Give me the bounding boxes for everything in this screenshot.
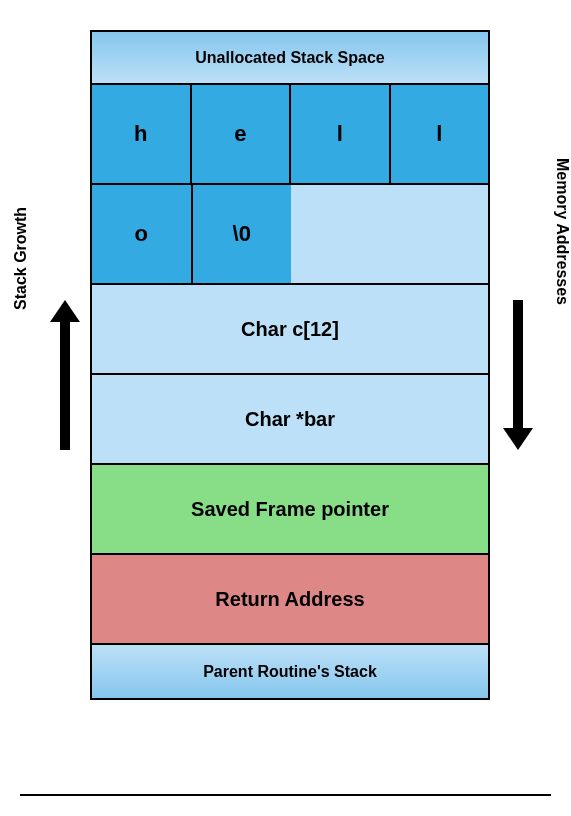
byte-value: l <box>337 121 343 147</box>
arrow-down-icon <box>503 300 533 450</box>
unallocated-section: Unallocated Stack Space <box>90 30 490 85</box>
bottom-divider <box>20 794 551 796</box>
memory-addresses-label: Memory Addresses <box>553 158 571 305</box>
byte-value: e <box>234 121 246 147</box>
arrow-up-icon <box>50 300 80 450</box>
label-text: Memory Addresses <box>554 158 571 305</box>
byte-cell: \0 <box>191 185 292 285</box>
byte-cell: e <box>190 85 290 185</box>
byte-cell: o <box>90 185 191 285</box>
byte-row-2: o \0 <box>90 185 490 285</box>
byte-cell: l <box>389 85 491 185</box>
saved-frame-section: Saved Frame pointer <box>90 465 490 555</box>
char-c-section: Char c[12] <box>90 285 490 375</box>
return-address-label: Return Address <box>215 588 364 611</box>
parent-stack-label: Parent Routine's Stack <box>203 663 377 681</box>
byte-value: l <box>436 121 442 147</box>
parent-stack-section: Parent Routine's Stack <box>90 645 490 700</box>
byte-value: \0 <box>233 221 251 247</box>
byte-cell: h <box>90 85 190 185</box>
byte-cell-empty <box>291 185 390 285</box>
stack-growth-label: Stack Growth <box>12 207 30 310</box>
label-text: Stack Growth <box>12 207 29 310</box>
char-bar-label: Char *bar <box>245 408 335 431</box>
saved-frame-label: Saved Frame pointer <box>191 498 389 521</box>
unallocated-label: Unallocated Stack Space <box>195 49 384 67</box>
stack-diagram: Unallocated Stack Space h e l l o \0 Cha… <box>90 30 490 700</box>
char-c-label: Char c[12] <box>241 318 339 341</box>
byte-value: h <box>134 121 147 147</box>
byte-value: o <box>135 221 148 247</box>
return-address-section: Return Address <box>90 555 490 645</box>
byte-row-1: h e l l <box>90 85 490 185</box>
char-bar-section: Char *bar <box>90 375 490 465</box>
byte-cell: l <box>289 85 389 185</box>
byte-cell-empty <box>390 185 491 285</box>
